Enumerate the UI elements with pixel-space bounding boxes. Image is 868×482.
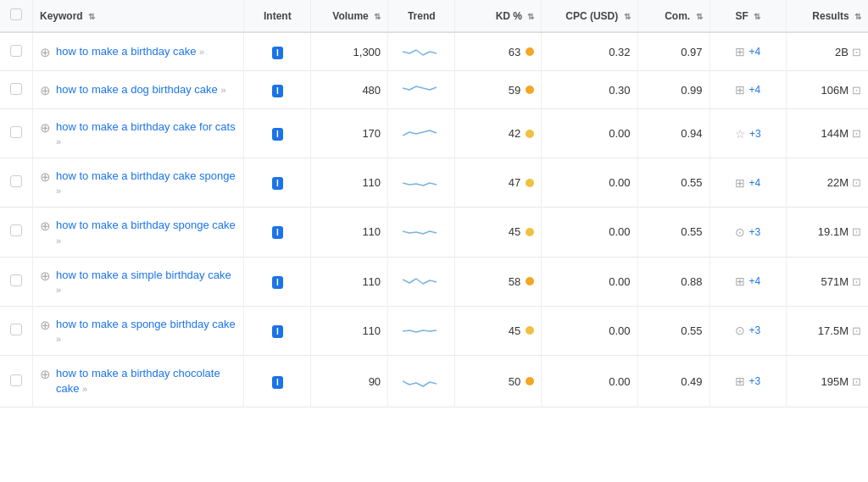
keyword-link[interactable]: how to make a simple birthday cake: [56, 269, 231, 281]
results-icon[interactable]: ⊡: [852, 225, 861, 238]
keyword-cell: ⊕ how to make a birthday chocolate cake …: [33, 355, 244, 407]
row-checkbox-cell[interactable]: [0, 158, 33, 208]
row-checkbox-cell[interactable]: [0, 257, 33, 306]
com-value: 0.99: [681, 84, 702, 97]
results-sort-icon[interactable]: ⇅: [854, 12, 861, 21]
results-icon[interactable]: ⊡: [852, 127, 861, 140]
com-value: 0.55: [681, 176, 702, 189]
keyword-link[interactable]: how to make a dog birthday cake: [56, 83, 218, 96]
volume-header-label: Volume: [332, 10, 368, 22]
table-row: ⊕ how to make a sponge birthday cake » I…: [0, 306, 868, 355]
keyword-header[interactable]: Keyword ⇅: [33, 0, 244, 32]
select-all-header[interactable]: [0, 0, 33, 32]
results-cell: 17.5M ⊡: [787, 306, 868, 355]
row-checkbox[interactable]: [10, 324, 22, 335]
keyword-link[interactable]: how to make a birthday cake: [56, 45, 196, 58]
sf-header[interactable]: SF ⇅: [709, 0, 787, 32]
keyword-cell: ⊕ how to make a birthday cake for cats »: [33, 109, 244, 158]
chevrons-icon: »: [56, 235, 61, 246]
intent-cell: I: [244, 158, 311, 208]
row-checkbox-cell[interactable]: [0, 109, 33, 158]
kd-value: 42: [509, 127, 520, 140]
expand-icon[interactable]: ⊕: [40, 169, 51, 185]
sf-plus-count[interactable]: +4: [748, 275, 760, 287]
row-checkbox-cell[interactable]: [0, 71, 33, 109]
keyword-cell: ⊕ how to make a birthday cake sponge »: [33, 158, 244, 208]
sf-plus-count[interactable]: +3: [748, 226, 760, 238]
intent-cell: I: [244, 306, 311, 355]
results-header[interactable]: Results ⇅: [787, 0, 868, 32]
expand-icon[interactable]: ⊕: [40, 120, 51, 136]
cpc-header[interactable]: CPC (USD) ⇅: [542, 0, 637, 32]
com-cell: 0.88: [637, 257, 709, 306]
kd-cell: 50: [455, 355, 542, 407]
results-icon[interactable]: ⊡: [852, 275, 861, 288]
sf-plus-count[interactable]: +3: [749, 128, 761, 140]
expand-icon[interactable]: ⊕: [40, 318, 51, 333]
com-cell: 0.97: [637, 32, 709, 71]
kd-header[interactable]: KD % ⇅: [455, 0, 542, 32]
sparkline-chart: [403, 175, 440, 191]
kd-cell: 63: [455, 32, 542, 71]
cpc-value: 0.00: [609, 127, 630, 140]
sf-cell: ⊞ +4: [709, 71, 787, 109]
kd-value: 45: [509, 225, 520, 238]
volume-header[interactable]: Volume ⇅: [311, 0, 388, 32]
expand-icon[interactable]: ⊕: [40, 45, 51, 60]
sf-plus-count[interactable]: +3: [748, 375, 760, 387]
keyword-link[interactable]: how to make a birthday cake for cats: [56, 120, 236, 133]
kd-indicator: [526, 228, 534, 236]
com-header[interactable]: Com. ⇅: [637, 0, 709, 32]
results-icon[interactable]: ⊡: [852, 46, 861, 58]
intent-cell: I: [244, 257, 311, 306]
kd-sort-icon[interactable]: ⇅: [527, 12, 534, 21]
kd-cell: 42: [455, 109, 542, 158]
results-cell: 22M ⊡: [787, 158, 868, 208]
row-checkbox[interactable]: [10, 83, 22, 95]
select-all-checkbox[interactable]: [10, 8, 22, 20]
com-cell: 0.55: [637, 208, 709, 257]
row-checkbox-cell[interactable]: [0, 355, 33, 407]
keyword-link[interactable]: how to make a birthday cake sponge: [56, 169, 236, 182]
results-icon[interactable]: ⊡: [852, 176, 861, 189]
sf-cell: ⊞ +4: [709, 158, 787, 208]
row-checkbox-cell[interactable]: [0, 306, 33, 355]
volume-cell: 110: [311, 306, 388, 355]
keyword-link[interactable]: how to make a birthday chocolate cake: [56, 367, 220, 395]
com-sort-icon[interactable]: ⇅: [696, 12, 703, 21]
results-value: 571M: [821, 275, 849, 288]
row-checkbox-cell[interactable]: [0, 32, 33, 71]
results-icon[interactable]: ⊡: [852, 324, 861, 337]
row-checkbox[interactable]: [10, 274, 22, 286]
expand-icon[interactable]: ⊕: [40, 219, 51, 234]
kd-indicator: [526, 86, 534, 94]
expand-icon[interactable]: ⊕: [40, 367, 51, 382]
sf-plus-count[interactable]: +4: [748, 84, 760, 96]
results-value: 22M: [827, 176, 849, 189]
row-checkbox[interactable]: [10, 224, 22, 236]
volume-value: 110: [362, 275, 381, 288]
intent-cell: I: [244, 71, 311, 109]
keyword-link[interactable]: how to make a sponge birthday cake: [56, 318, 236, 330]
results-icon[interactable]: ⊡: [852, 375, 861, 388]
row-checkbox[interactable]: [10, 175, 22, 187]
cpc-sort-icon[interactable]: ⇅: [624, 12, 631, 21]
sf-plus-count[interactable]: +3: [748, 324, 760, 336]
row-checkbox[interactable]: [10, 126, 22, 138]
row-checkbox-cell[interactable]: [0, 208, 33, 257]
results-cell: 144M ⊡: [787, 109, 868, 158]
sf-plus-count[interactable]: +4: [748, 46, 760, 58]
expand-icon[interactable]: ⊕: [40, 269, 51, 284]
volume-sort-icon[interactable]: ⇅: [374, 12, 381, 21]
row-checkbox[interactable]: [10, 45, 22, 57]
keyword-sort-icon[interactable]: ⇅: [88, 12, 95, 21]
sf-sort-icon[interactable]: ⇅: [754, 12, 760, 21]
table-row: ⊕ how to make a birthday chocolate cake …: [0, 355, 868, 407]
keyword-link[interactable]: how to make a birthday sponge cake: [56, 219, 236, 231]
sf-plus-count[interactable]: +4: [748, 177, 760, 189]
expand-icon[interactable]: ⊕: [40, 83, 51, 98]
row-checkbox[interactable]: [10, 374, 22, 386]
results-icon[interactable]: ⊡: [852, 84, 861, 97]
cpc-value: 0.32: [609, 46, 630, 58]
sf-type-icon: ⊙: [735, 225, 745, 239]
